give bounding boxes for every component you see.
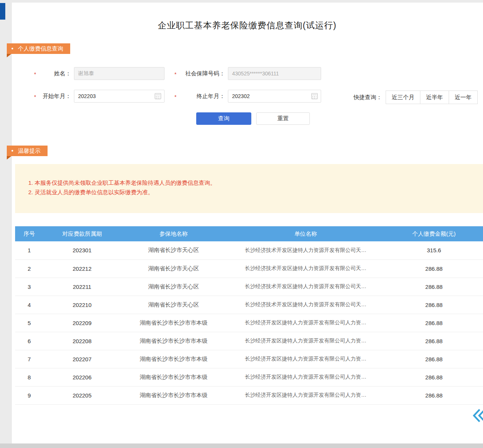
cell-company: 长沙经济开发区捷特人力资源开发有限公司人力资… bbox=[226, 386, 385, 404]
cell-seq: 7 bbox=[15, 350, 43, 368]
required-marker: * bbox=[173, 71, 178, 77]
start-month-label: 开始年月： bbox=[38, 93, 74, 100]
reset-button[interactable]: 重置 bbox=[256, 112, 310, 125]
ribbon-fold bbox=[7, 54, 11, 57]
table-row: 9 202205 湖南省长沙市长沙市市本级 长沙经济开发区捷特人力资源开发有限公… bbox=[15, 386, 483, 404]
cell-amount: 286.88 bbox=[385, 332, 483, 350]
table-row: 5 202209 湖南省长沙市长沙市市本级 长沙经济开发区捷特人力资源开发有限公… bbox=[15, 314, 483, 332]
cell-amount: 286.88 bbox=[385, 278, 483, 296]
cell-period: 202206 bbox=[43, 368, 121, 386]
table-row: 2 202212 湖南省长沙市天心区 长沙经济技术开发区捷特人力资源开发有限公司… bbox=[15, 259, 483, 278]
bullet-icon: • bbox=[11, 146, 14, 156]
bullet-icon: • bbox=[11, 43, 14, 54]
section-badge-personal-query: • 个人缴费信息查询 bbox=[7, 43, 70, 54]
end-month-input[interactable] bbox=[228, 90, 321, 103]
bottom-band bbox=[0, 443, 483, 448]
results-table: 序号 对应费款所属期 参保地名称 单位名称 个人缴费金额(元) 1 202301… bbox=[15, 226, 483, 405]
header-company: 单位名称 bbox=[226, 226, 385, 241]
table-row: 1 202301 湖南省长沙市天心区 长沙经济技术开发区捷特人力资源开发有限公司… bbox=[15, 241, 483, 259]
cell-amount: 286.88 bbox=[385, 296, 483, 314]
cell-company: 长沙经济开发区捷特人力资源开发有限公司人力资… bbox=[226, 332, 385, 350]
name-input bbox=[74, 67, 165, 80]
tips-box: 1. 本服务仅提供尚未领取企业职工基本养老保险待遇人员的缴费信息查询。 2. 灵… bbox=[15, 164, 483, 213]
collapse-chevron-icon[interactable] bbox=[472, 408, 483, 423]
query-button[interactable]: 查询 bbox=[196, 112, 251, 125]
cell-seq: 1 bbox=[15, 241, 43, 259]
cell-area: 湖南省长沙市长沙市市本级 bbox=[121, 368, 226, 386]
cell-company: 长沙经济技术开发区捷特人力资源开发有限公司天… bbox=[226, 259, 385, 278]
calendar-icon[interactable] bbox=[311, 93, 318, 99]
cell-area: 湖南省长沙市天心区 bbox=[121, 241, 226, 259]
quick-query-label: 快捷查询： bbox=[354, 94, 382, 101]
cell-seq: 4 bbox=[15, 296, 43, 314]
cell-company: 长沙经济开发区捷特人力资源开发有限公司人力资… bbox=[226, 314, 385, 332]
quick-last-3-months-button[interactable]: 近三个月 bbox=[386, 91, 420, 104]
table-row: 3 202211 湖南省长沙市天心区 长沙经济技术开发区捷特人力资源开发有限公司… bbox=[15, 278, 483, 296]
cell-period: 202210 bbox=[43, 296, 121, 314]
start-month-input[interactable] bbox=[74, 90, 165, 103]
name-field-group: * 姓名： bbox=[32, 67, 165, 80]
cell-area: 湖南省长沙市天心区 bbox=[121, 259, 226, 278]
cell-area: 湖南省长沙市长沙市市本级 bbox=[121, 350, 226, 368]
tips-line-2: 2. 灵活就业人员的缴费单位信息以实际缴费为准。 bbox=[28, 187, 475, 197]
cell-period: 202209 bbox=[43, 314, 121, 332]
cell-amount: 286.88 bbox=[385, 350, 483, 368]
required-marker: * bbox=[32, 94, 38, 100]
cell-amount: 315.6 bbox=[385, 241, 483, 259]
cell-area: 湖南省长沙市天心区 bbox=[121, 278, 226, 296]
table-row: 4 202210 湖南省长沙市天心区 长沙经济技术开发区捷特人力资源开发有限公司… bbox=[15, 296, 483, 314]
page-title: 企业职工基本养老保险缴费信息查询(试运行) bbox=[11, 20, 483, 31]
quick-query-group: 快捷查询： 近三个月 近半年 近一年 bbox=[354, 91, 478, 104]
ribbon-fold bbox=[7, 156, 11, 160]
quick-last-year-button[interactable]: 近一年 bbox=[449, 91, 478, 104]
tips-line-1: 1. 本服务仅提供尚未领取企业职工基本养老保险待遇人员的缴费信息查询。 bbox=[28, 178, 475, 187]
ssn-input bbox=[228, 67, 321, 80]
required-marker: * bbox=[173, 94, 178, 100]
cell-amount: 286.88 bbox=[385, 314, 483, 332]
section-badge-label: 温馨提示 bbox=[18, 146, 41, 156]
required-marker: * bbox=[32, 71, 38, 77]
header-period: 对应费款所属期 bbox=[43, 226, 121, 241]
cell-period: 202205 bbox=[43, 386, 121, 404]
cell-seq: 3 bbox=[15, 278, 43, 296]
cell-amount: 286.88 bbox=[385, 259, 483, 278]
cell-area: 湖南省长沙市长沙市市本级 bbox=[121, 314, 226, 332]
cell-amount: 286.88 bbox=[385, 386, 483, 404]
section-badge-tips: • 温馨提示 bbox=[7, 146, 48, 156]
quick-last-half-year-button[interactable]: 近半年 bbox=[420, 91, 449, 104]
name-label: 姓名： bbox=[38, 70, 74, 77]
cell-period: 202208 bbox=[43, 332, 121, 350]
header-amount: 个人缴费金额(元) bbox=[385, 226, 483, 241]
cell-period: 202301 bbox=[43, 241, 121, 259]
cell-company: 长沙经济开发区捷特人力资源开发有限公司人力资… bbox=[226, 368, 385, 386]
cell-area: 湖南省长沙市天心区 bbox=[121, 296, 226, 314]
cell-company: 长沙经济技术开发区捷特人力资源开发有限公司天… bbox=[226, 241, 385, 259]
table-row: 6 202208 湖南省长沙市长沙市市本级 长沙经济开发区捷特人力资源开发有限公… bbox=[15, 332, 483, 350]
table-header-row: 序号 对应费款所属期 参保地名称 单位名称 个人缴费金额(元) bbox=[15, 226, 483, 241]
ssn-label: 社会保障号码： bbox=[178, 70, 228, 77]
header-area: 参保地名称 bbox=[121, 226, 226, 241]
results-table-wrapper: 序号 对应费款所属期 参保地名称 单位名称 个人缴费金额(元) 1 202301… bbox=[15, 226, 483, 405]
header-seq: 序号 bbox=[15, 226, 43, 241]
table-row: 8 202206 湖南省长沙市长沙市市本级 长沙经济开发区捷特人力资源开发有限公… bbox=[15, 368, 483, 386]
table-row: 7 202207 湖南省长沙市长沙市市本级 长沙经济开发区捷特人力资源开发有限公… bbox=[15, 350, 483, 368]
cell-period: 202212 bbox=[43, 259, 121, 278]
cell-area: 湖南省长沙市长沙市市本级 bbox=[121, 386, 226, 404]
cell-seq: 9 bbox=[15, 386, 43, 404]
cell-area: 湖南省长沙市长沙市市本级 bbox=[121, 332, 226, 350]
calendar-icon[interactable] bbox=[155, 93, 161, 99]
cell-seq: 8 bbox=[15, 368, 43, 386]
cell-seq: 2 bbox=[15, 259, 43, 278]
start-month-field-group: * 开始年月： bbox=[32, 90, 165, 103]
cell-period: 202207 bbox=[43, 350, 121, 368]
cell-period: 202211 bbox=[43, 278, 121, 296]
end-month-label: 终止年月： bbox=[178, 93, 228, 100]
cell-company: 长沙经济技术开发区捷特人力资源开发有限公司天… bbox=[226, 278, 385, 296]
cell-seq: 5 bbox=[15, 314, 43, 332]
cell-amount: 286.88 bbox=[385, 368, 483, 386]
ssn-field-group: * 社会保障号码： bbox=[173, 67, 321, 80]
cell-company: 长沙经济开发区捷特人力资源开发有限公司人力资… bbox=[226, 350, 385, 368]
cell-company: 长沙经济技术开发区捷特人力资源开发有限公司天… bbox=[226, 296, 385, 314]
section-badge-label: 个人缴费信息查询 bbox=[18, 43, 63, 54]
sidebar-collapsed-tab[interactable] bbox=[0, 3, 5, 20]
